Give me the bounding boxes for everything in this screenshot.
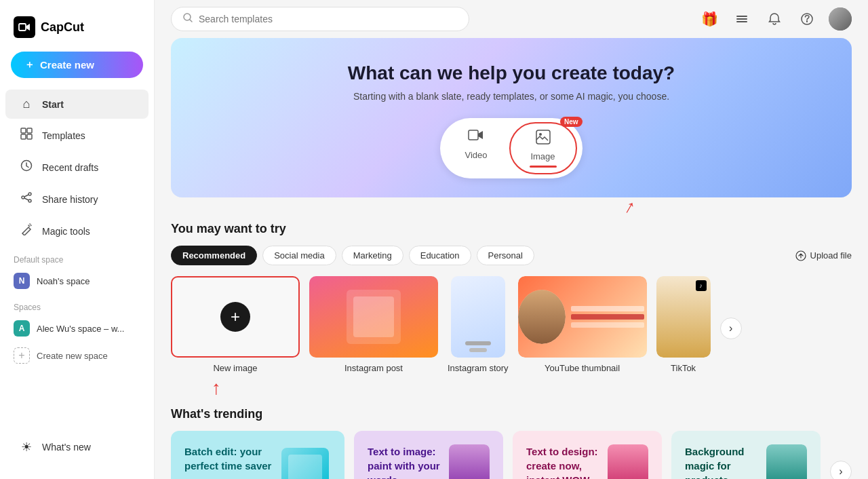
instagram-story-thumb xyxy=(451,276,505,358)
sidebar-item-magic-tools[interactable]: Magic tools xyxy=(5,216,149,246)
instagram-story-card[interactable]: Instagram story xyxy=(448,276,509,373)
home-icon: ⌂ xyxy=(19,97,34,111)
filter-tags: Recommended Social media Marketing Educa… xyxy=(171,246,534,265)
create-space-item[interactable]: + Create new space xyxy=(0,342,154,369)
svg-point-16 xyxy=(539,133,542,136)
svg-rect-4 xyxy=(27,134,32,139)
trending-section: What's trending Batch edit: your perfect… xyxy=(155,407,868,479)
clock-icon xyxy=(19,159,34,175)
search-icon xyxy=(182,12,193,26)
tiktok-thumb: ♪ xyxy=(656,276,711,358)
upload-file-button[interactable]: Upload file xyxy=(795,250,852,261)
search-input[interactable] xyxy=(199,14,458,24)
user-avatar[interactable] xyxy=(829,7,852,31)
hero-title: What can we help you create today? xyxy=(198,62,825,84)
annotation-arrow-2: ↑ xyxy=(212,377,221,399)
trending-card-3[interactable]: Text to design: create now, instant WOW xyxy=(513,431,662,479)
svg-rect-2 xyxy=(27,128,32,133)
svg-rect-1 xyxy=(21,128,26,133)
default-space-label: Default space xyxy=(0,247,154,267)
tab-image-wrapper: Image New xyxy=(509,122,577,174)
filter-marketing[interactable]: Marketing xyxy=(342,246,403,265)
svg-point-6 xyxy=(28,193,31,195)
youtube-thumbnail-card[interactable]: YouTube thumbnail xyxy=(518,276,647,373)
plus-icon: ＋ xyxy=(24,58,35,71)
instagram-post-thumb xyxy=(309,276,438,358)
create-new-button[interactable]: ＋ Create new xyxy=(11,52,143,78)
new-image-card[interactable]: + New image xyxy=(171,276,300,373)
hero-banner: What can we help you create today? Start… xyxy=(171,38,852,197)
filter-education[interactable]: Education xyxy=(409,246,471,265)
logo-icon xyxy=(14,16,35,38)
instagram-post-card[interactable]: Instagram post xyxy=(309,276,438,373)
search-bar[interactable] xyxy=(171,7,469,31)
noah-avatar: N xyxy=(14,273,30,289)
alec-space-item[interactable]: A Alec Wu's space – w... xyxy=(0,315,154,342)
magic-icon xyxy=(19,223,34,239)
sidebar-item-recent-drafts[interactable]: Recent drafts xyxy=(5,152,149,183)
svg-rect-0 xyxy=(19,24,26,31)
gift-icon[interactable]: 🎁 xyxy=(698,8,720,30)
trending-img-4 xyxy=(766,444,807,479)
filter-bar: Recommended Social media Marketing Educa… xyxy=(171,246,852,265)
svg-rect-11 xyxy=(736,18,747,20)
sidebar-item-start[interactable]: ⌂ Start xyxy=(5,90,149,119)
help-icon[interactable] xyxy=(796,8,818,30)
share-icon xyxy=(19,191,34,207)
menu-icon[interactable] xyxy=(731,8,753,30)
trending-title: What's trending xyxy=(171,407,852,421)
topbar: 🎁 xyxy=(155,0,868,38)
logo-area: CapCut xyxy=(0,11,154,52)
new-badge: New xyxy=(560,117,583,127)
tab-video[interactable]: Video xyxy=(446,122,506,174)
trending-card-2[interactable]: Text to image: paint with your words xyxy=(354,431,503,479)
trending-next-button[interactable]: › xyxy=(830,461,852,479)
sidebar-bottom: ☀ What's new xyxy=(0,426,154,468)
sidebar: CapCut ＋ Create new ⌂ Start Templates Re… xyxy=(0,0,155,479)
new-image-thumb: + xyxy=(171,276,300,358)
trending-card-1[interactable]: Batch edit: your perfect time saver xyxy=(171,431,344,479)
annotation-arrow-1: ↑ xyxy=(620,195,639,219)
topbar-icons: 🎁 xyxy=(698,7,852,31)
trending-row: Batch edit: your perfect time saver Text… xyxy=(171,431,852,479)
filter-personal[interactable]: Personal xyxy=(477,246,534,265)
tiktok-card[interactable]: ♪ TikTok xyxy=(656,276,711,373)
templates-icon xyxy=(19,128,34,143)
plus-icon-circle: + xyxy=(220,302,250,332)
bell-icon[interactable] xyxy=(764,8,785,30)
video-tab-icon xyxy=(468,128,484,147)
sidebar-item-whats-new[interactable]: ☀ What's new xyxy=(5,432,149,462)
trending-card-4[interactable]: Background magic for products xyxy=(671,431,821,479)
trending-img-1 xyxy=(279,444,331,479)
sun-icon: ☀ xyxy=(19,440,34,455)
svg-point-8 xyxy=(28,199,31,202)
main-content: 🎁 What can we help you create today? Sta… xyxy=(155,0,868,479)
tab-image[interactable]: Image xyxy=(509,122,577,174)
templates-row: + New image ↑ Instagram post xyxy=(171,276,852,373)
trending-img-2 xyxy=(449,444,490,479)
noah-space-item[interactable]: N Noah's space xyxy=(0,267,154,294)
tab-switcher: Video Image New xyxy=(440,118,582,178)
hero-subtitle: Starting with a blank slate, ready templ… xyxy=(198,91,825,102)
filter-social-media[interactable]: Social media xyxy=(262,246,336,265)
spaces-label: Spaces xyxy=(0,294,154,315)
youtube-thumb xyxy=(518,276,647,358)
svg-rect-10 xyxy=(736,16,747,17)
templates-section: You may want to try Recommended Social m… xyxy=(155,222,868,387)
svg-rect-12 xyxy=(736,21,747,22)
new-image-card-wrapper: + New image ↑ xyxy=(171,276,300,373)
svg-rect-3 xyxy=(21,134,26,139)
svg-point-7 xyxy=(22,196,24,199)
alec-avatar: A xyxy=(14,320,30,337)
logo-text: CapCut xyxy=(41,20,84,35)
sidebar-item-share-history[interactable]: Share history xyxy=(5,184,149,214)
templates-section-title: You may want to try xyxy=(171,222,852,236)
create-space-icon: + xyxy=(14,347,30,364)
filter-recommended[interactable]: Recommended xyxy=(171,246,257,265)
templates-next-button[interactable]: › xyxy=(720,318,742,339)
image-tab-icon xyxy=(535,129,551,149)
svg-rect-14 xyxy=(469,130,478,140)
sidebar-item-templates[interactable]: Templates xyxy=(5,120,149,151)
trending-img-3 xyxy=(608,444,648,479)
